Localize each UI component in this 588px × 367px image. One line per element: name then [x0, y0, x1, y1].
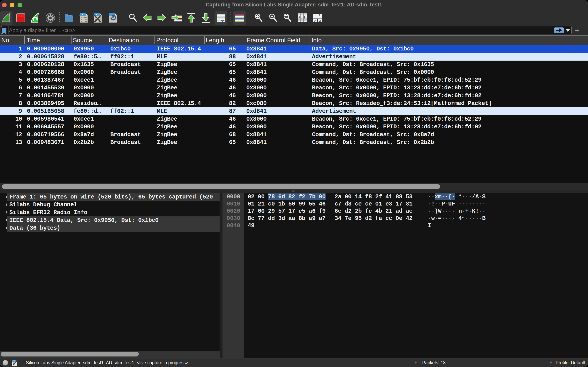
svg-text:01110: 01110	[81, 20, 87, 23]
svg-text:3: 3	[319, 19, 321, 22]
svg-text:2: 2	[314, 19, 316, 22]
svg-text:1: 1	[319, 14, 320, 17]
